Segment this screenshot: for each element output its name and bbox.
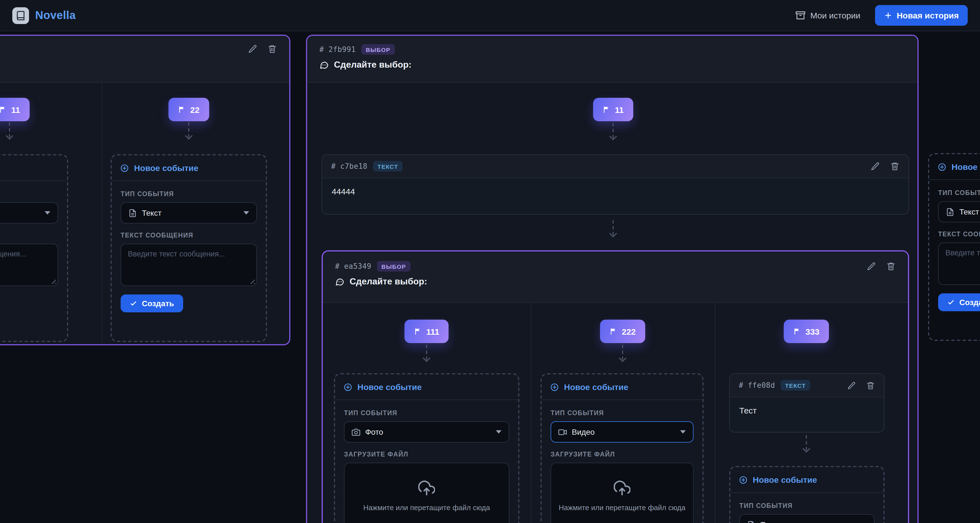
plus-circle-icon bbox=[120, 163, 129, 172]
text-node-content: Тест bbox=[730, 397, 884, 424]
choice-node-left[interactable]: 11 22 Новое событие ТИП СОБЫТИЯ Текст bbox=[0, 35, 290, 345]
event-type-label: ТИП СОБЫТИЯ bbox=[344, 410, 509, 416]
branch-flag[interactable]: 333 bbox=[784, 320, 829, 343]
branch-flag[interactable]: 11 bbox=[593, 98, 633, 121]
node-actions bbox=[248, 44, 277, 54]
branch-flag[interactable]: 111 bbox=[404, 320, 449, 343]
message-text-label: ТЕКСТ СООБЩЕНИЯ bbox=[938, 231, 980, 238]
new-event-title: Новое событие bbox=[134, 163, 198, 173]
document-icon bbox=[129, 209, 137, 217]
plus-circle-icon bbox=[937, 162, 947, 171]
node-header: # ea5349 ВЫБОР Сделайте выбор: bbox=[323, 252, 908, 303]
event-type-select[interactable]: Текст bbox=[0, 202, 58, 223]
topbar: Novella Мои истории Новая история bbox=[0, 0, 980, 31]
connector-arrow bbox=[7, 122, 12, 139]
cloud-upload-icon bbox=[418, 480, 435, 497]
new-event-header[interactable]: Новое событие bbox=[0, 155, 67, 181]
node-header: # c7be18 ТЕКСТ bbox=[322, 155, 908, 178]
flag-icon bbox=[414, 327, 422, 335]
file-dropzone[interactable]: Нажмите или перетащите файл сюда bbox=[344, 462, 509, 523]
create-label: Создать bbox=[142, 299, 174, 308]
new-story-button[interactable]: Новая история bbox=[875, 5, 968, 26]
node-type-badge: ТЕКСТ bbox=[781, 380, 810, 391]
delete-icon[interactable] bbox=[267, 44, 277, 54]
choice-node-ea5349[interactable]: # ea5349 ВЫБОР Сделайте выбор: bbox=[321, 250, 909, 523]
chevron-down-icon bbox=[45, 211, 50, 215]
event-type-select[interactable]: Фото bbox=[344, 421, 509, 443]
new-event-header[interactable]: Новое событие bbox=[542, 375, 703, 400]
create-button[interactable]: Создать bbox=[121, 295, 183, 313]
delete-icon[interactable] bbox=[890, 161, 900, 171]
event-type-value: Текст bbox=[959, 207, 979, 216]
event-type-label: ТИП СОБЫТИЯ bbox=[550, 410, 694, 416]
node-type-badge: ВЫБОР bbox=[377, 261, 410, 271]
event-type-select[interactable]: Текст bbox=[938, 201, 980, 222]
upload-file-label: ЗАГРУЗИТЕ ФАЙЛ bbox=[344, 451, 509, 458]
new-event-header[interactable]: Новое событие bbox=[730, 467, 883, 493]
chevron-down-icon bbox=[496, 430, 501, 434]
message-textarea[interactable] bbox=[938, 242, 980, 285]
new-event-header[interactable]: Новое событие bbox=[929, 154, 980, 180]
new-event-title: Новое событие bbox=[951, 162, 980, 172]
event-type-select[interactable]: Текст bbox=[739, 514, 875, 523]
delete-icon[interactable] bbox=[866, 381, 875, 390]
flag-icon bbox=[609, 327, 617, 335]
message-text-label: ТЕКСТ СООБЩЕНИЯ bbox=[121, 232, 257, 239]
branch-flag[interactable]: 11 bbox=[0, 98, 30, 121]
edit-icon[interactable] bbox=[847, 381, 856, 390]
cloud-upload-icon bbox=[614, 480, 630, 497]
new-event-card: Новое событие ТИП СОБЫТИЯ Текст bbox=[729, 466, 885, 523]
message-textarea[interactable] bbox=[121, 244, 257, 286]
flag-icon bbox=[178, 105, 186, 113]
node-actions bbox=[867, 262, 896, 271]
flag-icon bbox=[603, 105, 610, 113]
check-icon bbox=[947, 298, 955, 306]
flag-number: 22 bbox=[190, 105, 199, 114]
chevron-down-icon bbox=[243, 211, 249, 215]
text-node-c7be18[interactable]: # c7be18 ТЕКСТ 44444 bbox=[321, 154, 909, 215]
choice-node-2fb991[interactable]: # 2fb991 ВЫБОР Сделайте выбор: 11 # c7be… bbox=[306, 35, 919, 523]
document-icon bbox=[946, 207, 954, 216]
brand-name: Novella bbox=[35, 9, 76, 22]
create-label: Создать bbox=[959, 298, 980, 307]
edit-icon[interactable] bbox=[867, 262, 876, 271]
file-dropzone[interactable]: Нажмите или перетащите файл сюда bbox=[550, 462, 694, 523]
node-id: # ea5349 bbox=[335, 262, 371, 270]
video-camera-icon bbox=[558, 428, 567, 436]
upload-hint: Нажмите или перетащите файл сюда bbox=[559, 504, 686, 512]
new-event-header[interactable]: Новое событие bbox=[335, 375, 518, 400]
connector-arrow bbox=[803, 435, 809, 451]
brand[interactable]: Novella bbox=[12, 7, 76, 24]
text-node-ffe08d[interactable]: # ffe08d ТЕКСТ Тест bbox=[729, 373, 885, 432]
connector-arrow bbox=[620, 345, 625, 361]
message-textarea[interactable] bbox=[0, 244, 58, 286]
create-button[interactable]: Создать bbox=[938, 293, 980, 311]
choice-prompt: Сделайте выбор: bbox=[334, 60, 412, 70]
connector-arrow bbox=[610, 220, 616, 236]
event-type-label: ТИП СОБЫТИЯ bbox=[938, 190, 980, 196]
new-event-title: Новое событие bbox=[357, 382, 422, 392]
delete-icon[interactable] bbox=[886, 262, 896, 271]
new-event-card: Новое событие ТИП СОБЫТИЯ Фото ЗАГРУЗИТЕ… bbox=[334, 373, 519, 523]
node-header: # 2fb991 ВЫБОР Сделайте выбор: bbox=[307, 36, 918, 83]
new-event-card: Новое событие ТИП СОБЫТИЯ Текст ТЕКСТ СО… bbox=[0, 154, 68, 342]
plus-circle-icon bbox=[344, 383, 352, 391]
archive-box-icon bbox=[796, 11, 805, 20]
event-type-select[interactable]: Текст bbox=[121, 202, 257, 223]
choice-prompt: Сделайте выбор: bbox=[350, 277, 427, 287]
edit-icon[interactable] bbox=[248, 44, 258, 54]
plus-circle-icon bbox=[739, 475, 748, 484]
camera-icon bbox=[352, 428, 360, 436]
new-event-header[interactable]: Новое событие bbox=[112, 155, 266, 181]
story-canvas[interactable]: 11 22 Новое событие ТИП СОБЫТИЯ Текст bbox=[0, 31, 980, 523]
edit-icon[interactable] bbox=[870, 161, 880, 171]
connector-arrow bbox=[610, 123, 616, 139]
event-type-value: Текст bbox=[142, 209, 162, 217]
branch-flag[interactable]: 22 bbox=[169, 98, 209, 121]
my-stories-link[interactable]: Мои истории bbox=[796, 11, 860, 20]
event-type-select[interactable]: Видео bbox=[550, 421, 694, 443]
branch-flag[interactable]: 222 bbox=[600, 320, 645, 343]
node-actions bbox=[847, 381, 875, 390]
chevron-down-icon bbox=[680, 430, 686, 434]
flag-icon bbox=[0, 105, 7, 113]
